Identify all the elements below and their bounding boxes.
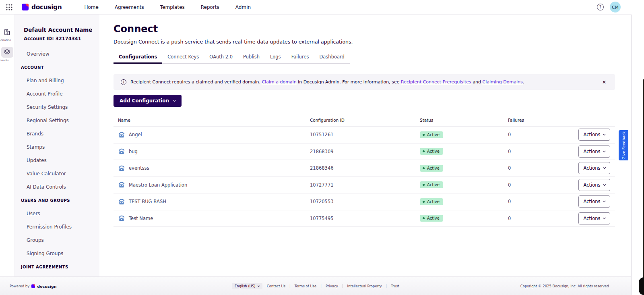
tab-connect-keys[interactable]: Connect Keys	[162, 50, 204, 63]
failures-count: 0	[508, 216, 578, 221]
organization-icon	[1, 27, 13, 37]
config-name: TEST BUG BASH	[129, 199, 166, 204]
footer-link-privacy[interactable]: Privacy	[326, 284, 338, 288]
tab-publish[interactable]: Publish	[238, 50, 265, 63]
connect-configuration-icon	[118, 148, 125, 154]
add-configuration-button[interactable]: Add Configuration	[114, 95, 182, 107]
col-header-configuration-id: Configuration ID	[310, 118, 420, 123]
footer-links: Contact Us | Terms of Use | Privacy | In…	[267, 284, 399, 288]
tab-configurations[interactable]: Configurations	[114, 50, 162, 63]
actions-button[interactable]: Actions	[578, 162, 610, 174]
tab-oauth[interactable]: OAuth 2.0	[204, 50, 238, 63]
language-selector[interactable]: English (US)	[232, 283, 262, 289]
nav-home[interactable]: Home	[84, 4, 98, 10]
nav-templates[interactable]: Templates	[160, 4, 185, 10]
status-dot-icon	[423, 150, 425, 152]
status-badge: Active	[420, 131, 443, 138]
sidebar-item-plan-and-billing[interactable]: Plan and Billing	[15, 74, 99, 87]
chevron-down-icon	[603, 133, 605, 135]
status-dot-icon	[423, 201, 425, 203]
sidebar-item-permission-profiles[interactable]: Permission Profiles	[15, 220, 99, 234]
footer-link-terms-of-use[interactable]: Terms of Use	[295, 284, 317, 288]
tab-logs[interactable]: Logs	[265, 50, 286, 63]
status-dot-icon	[423, 167, 425, 169]
sidebar-item-users[interactable]: Users	[15, 207, 99, 220]
link-recipient-connect-prerequisites[interactable]: Recipient Connect Prerequisites	[401, 79, 471, 85]
configurations-table: Name Configuration ID Status Failures An…	[114, 114, 615, 227]
docusign-footer-logo-text: docusign	[37, 284, 56, 288]
table-row: Maestro Loan Application 10727771 Active…	[114, 177, 615, 194]
footer-middle: English (US) Contact Us | Terms of Use |…	[232, 283, 399, 289]
primary-nav: Home Agreements Templates Reports Admin	[84, 4, 251, 10]
chevron-down-icon	[258, 285, 260, 287]
waffle-dots	[6, 4, 13, 11]
col-header-failures: Failures	[508, 118, 578, 123]
sidebar-item-ai-data-controls[interactable]: AI Data Controls	[15, 181, 99, 194]
account-name: Default Account Name	[24, 27, 94, 33]
footer-copyright: Copyright © 2025 Docusign, Inc. All righ…	[520, 284, 609, 288]
link-claim-a-domain[interactable]: Claim a domain	[262, 79, 296, 85]
banner-text-2: in Docusign Admin. For more information,…	[297, 79, 401, 85]
chevron-down-icon	[603, 183, 605, 186]
sidebar-item-groups[interactable]: Groups	[15, 234, 99, 247]
sidebar-item-stamps[interactable]: Stamps	[15, 141, 99, 154]
table-header-row: Name Configuration ID Status Failures	[114, 114, 615, 127]
rail-label-organization: Organization	[0, 39, 14, 42]
page-description: Docusign Connect is a push service that …	[114, 39, 615, 45]
actions-button[interactable]: Actions	[578, 145, 610, 158]
link-claiming-domains[interactable]: Claiming Domains	[483, 79, 523, 85]
topnav-right: ? CM	[597, 2, 625, 12]
banner-text: Recipient Connect requires a claimed and…	[130, 79, 524, 85]
sidebar-item-signing-groups[interactable]: Signing Groups	[15, 247, 99, 260]
status-badge: Active	[420, 148, 443, 155]
sidebar-item-overview[interactable]: Overview	[15, 48, 99, 61]
footer-separator: |	[386, 284, 387, 288]
sidebar-item-regional-settings[interactable]: Regional Settings	[15, 114, 99, 127]
docusign-logo[interactable]: docusign	[22, 4, 62, 11]
footer-link-contact-us[interactable]: Contact Us	[267, 284, 285, 288]
connect-configuration-icon	[118, 199, 125, 205]
sidebar-item-account-profile[interactable]: Account Profile	[15, 87, 99, 101]
give-feedback-tab[interactable]: Give Feedback	[619, 130, 628, 160]
avatar[interactable]: CM	[610, 2, 621, 12]
tab-dashboard[interactable]: Dashboard	[314, 50, 349, 63]
docusign-logo-text: docusign	[31, 4, 62, 11]
footer-link-intellectual-property[interactable]: Intellectual Property	[347, 284, 382, 288]
actions-button[interactable]: Actions	[578, 179, 610, 191]
footer-powered-by: Powered by docusign	[10, 284, 56, 288]
status-badge: Active	[420, 181, 443, 188]
footer-link-trust[interactable]: Trust	[391, 284, 399, 288]
actions-button[interactable]: Actions	[578, 129, 610, 141]
sidebar-section-joint-agreements: JOINT AGREEMENTS	[15, 260, 99, 274]
tab-failures[interactable]: Failures	[286, 50, 314, 63]
actions-button[interactable]: Actions	[578, 195, 610, 208]
status-dot-icon	[423, 184, 425, 186]
col-header-status: Status	[420, 118, 508, 123]
banner-close-icon[interactable]: ✕	[601, 78, 608, 87]
help-icon[interactable]: ?	[597, 4, 604, 10]
chevron-down-icon	[173, 99, 176, 102]
nav-reports[interactable]: Reports	[201, 4, 219, 10]
connect-tabs: Configurations Connect Keys OAuth 2.0 Pu…	[114, 50, 350, 64]
failures-count: 0	[508, 182, 578, 188]
rail-item-organization[interactable]: Organization	[0, 27, 14, 42]
config-id: 21868346	[310, 165, 420, 171]
table-row: Test Name 10775495 Active 0 Actions	[114, 210, 615, 227]
top-navigation: docusign Home Agreements Templates Repor…	[0, 0, 631, 15]
window-edge-widget	[639, 277, 644, 295]
table-row: TEST BUG BASH 10720553 Active 0 Actions	[114, 193, 615, 210]
chevron-down-icon	[603, 216, 605, 219]
nav-agreements[interactable]: Agreements	[115, 4, 144, 10]
actions-button[interactable]: Actions	[578, 212, 610, 224]
sidebar-item-brands[interactable]: Brands	[15, 127, 99, 141]
table-row: eventsss 21868346 Active 0 Actions	[114, 160, 615, 177]
nav-admin[interactable]: Admin	[235, 4, 251, 10]
sidebar-item-value-calculator[interactable]: Value Calculator	[15, 167, 99, 181]
failures-count: 0	[508, 149, 578, 154]
info-icon: i	[121, 79, 126, 85]
sidebar-item-updates[interactable]: Updates	[15, 154, 99, 167]
app-grid-icon[interactable]	[6, 4, 13, 11]
rail-item-accounts[interactable]: Accounts	[0, 47, 14, 62]
sidebar-item-security-settings[interactable]: Security Settings	[15, 101, 99, 114]
banner-text-4: .	[523, 79, 524, 85]
